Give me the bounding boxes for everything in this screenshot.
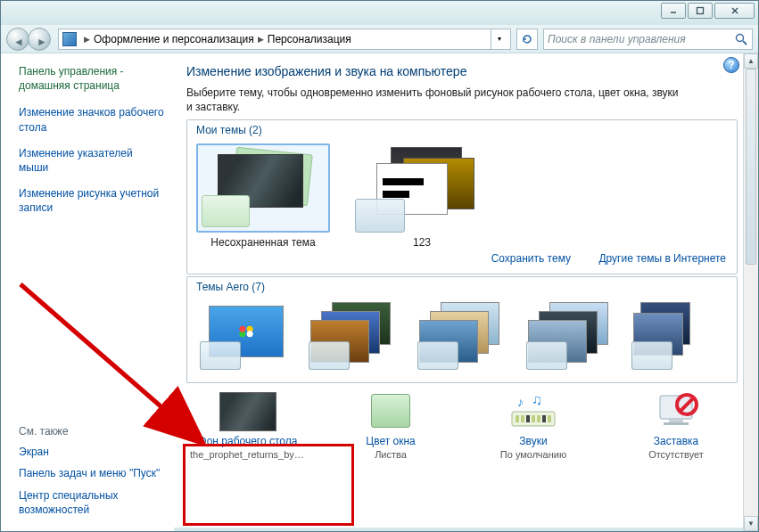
main-pane: ? Изменение изображения и звука на компь…	[174, 53, 743, 531]
breadcrumb[interactable]: ▶ Оформление и персонализация ▶ Персонал…	[58, 29, 511, 50]
link-save-theme[interactable]: Сохранить тему	[491, 252, 571, 265]
window: ◄ ► ▶ Оформление и персонализация ▶ Перс…	[0, 0, 759, 532]
svg-rect-9	[516, 415, 519, 422]
theme-tile-unsaved[interactable]: Несохраненная тема	[196, 143, 330, 249]
svg-text:♫: ♫	[532, 392, 542, 407]
group-my-themes-legend: Мои темы (2)	[194, 124, 264, 136]
close-button[interactable]	[714, 3, 755, 19]
svg-rect-17	[669, 419, 683, 422]
refresh-button[interactable]	[516, 29, 538, 50]
action-row: Фон рабочего стола the_prophet_returns_b…	[186, 385, 738, 460]
scroll-thumb[interactable]	[746, 69, 756, 265]
action-screensaver[interactable]: Заставка Отсутствует	[618, 392, 734, 460]
control-panel-icon	[62, 32, 77, 46]
maximize-button[interactable]	[688, 3, 713, 19]
nav-buttons: ◄ ►	[6, 27, 53, 52]
address-bar: ◄ ► ▶ Оформление и персонализация ▶ Перс…	[1, 25, 758, 53]
sidebar-link-mouse-pointers[interactable]: Изменение указателей мыши	[19, 146, 165, 175]
content-area: Панель управления - домашняя страница Из…	[1, 53, 758, 531]
minimize-button[interactable]	[661, 3, 686, 19]
theme-label-unsaved: Несохраненная тема	[196, 236, 330, 249]
breadcrumb-item-1[interactable]: Оформление и персонализация	[94, 33, 254, 45]
sidebar-see-also-head: См. также	[19, 425, 165, 438]
action-desktop-background-value: the_prophet_returns_by_m...	[190, 449, 306, 460]
action-desktop-background[interactable]: Фон рабочего стола the_prophet_returns_b…	[190, 392, 306, 460]
window-color-icon	[362, 392, 419, 431]
action-sounds-label: Звуки	[475, 435, 591, 447]
nav-back-button[interactable]: ◄	[6, 28, 29, 51]
sidebar-link-ease-of-access[interactable]: Центр специальных возможностей	[19, 488, 165, 517]
group-aero-themes: Темы Aero (7)	[186, 276, 738, 383]
title-bar	[1, 1, 758, 25]
link-more-themes[interactable]: Другие темы в Интернете	[598, 252, 726, 265]
vertical-scrollbar[interactable]: ▲ ▼	[743, 53, 758, 531]
scroll-down-button[interactable]: ▼	[744, 516, 758, 531]
svg-rect-1	[697, 8, 704, 14]
search-input[interactable]: Поиск в панели управления	[543, 29, 753, 50]
chevron-right-icon: ▶	[82, 35, 92, 44]
nav-forward-button[interactable]: ►	[28, 28, 51, 51]
page-title: Изменение изображения и звука на компьют…	[186, 64, 738, 78]
action-sounds-value: По умолчанию	[475, 449, 591, 460]
group-aero-themes-legend: Темы Aero (7)	[194, 281, 267, 293]
svg-rect-11	[526, 415, 530, 422]
help-icon[interactable]: ?	[723, 57, 739, 73]
sidebar-link-display[interactable]: Экран	[19, 445, 165, 459]
main-wrap: ? Изменение изображения и звука на компь…	[174, 53, 758, 531]
aero-theme-4[interactable]	[523, 300, 619, 372]
svg-rect-18	[664, 422, 689, 425]
sidebar-link-taskbar[interactable]: Панель задач и меню "Пуск"	[19, 466, 165, 480]
action-sounds[interactable]: ♪ ♫ Звуки По умолчанию	[475, 392, 591, 460]
breadcrumb-dropdown[interactable]: ▾	[491, 29, 507, 49]
screensaver-icon	[648, 392, 705, 431]
aero-theme-2[interactable]	[305, 300, 401, 372]
svg-rect-15	[548, 415, 551, 422]
aero-theme-5[interactable]	[631, 300, 694, 372]
aero-theme-1[interactable]	[196, 300, 293, 372]
svg-text:♪: ♪	[517, 395, 524, 409]
action-screensaver-value: Отсутствует	[618, 449, 734, 460]
action-window-color[interactable]: Цвет окна Листва	[333, 392, 449, 460]
sounds-icon: ♪ ♫	[505, 392, 562, 431]
action-screensaver-label: Заставка	[618, 435, 734, 447]
theme-tile-123[interactable]: 123	[355, 143, 489, 249]
sidebar-link-desktop-icons[interactable]: Изменение значков рабочего стола	[19, 105, 165, 134]
svg-point-4	[737, 34, 744, 41]
action-window-color-label: Цвет окна	[333, 435, 449, 447]
search-icon	[734, 32, 748, 49]
sidebar-link-account-picture[interactable]: Изменение рисунка учетной записи	[19, 186, 165, 215]
scroll-up-button[interactable]: ▲	[744, 53, 758, 69]
theme-label-123: 123	[355, 236, 489, 249]
aero-theme-3[interactable]	[414, 300, 510, 372]
page-intro: Выберите тему, чтобы одновременно измени…	[186, 86, 686, 114]
svg-rect-13	[537, 415, 540, 422]
breadcrumb-item-2[interactable]: Персонализация	[268, 33, 351, 45]
group-my-themes: Мои темы (2) Несохраненная тема	[186, 119, 738, 274]
svg-rect-12	[532, 415, 535, 422]
svg-line-5	[743, 41, 747, 45]
chevron-right-icon: ▶	[256, 35, 266, 44]
desktop-background-icon	[219, 392, 276, 431]
action-window-color-value: Листва	[333, 449, 449, 460]
action-desktop-background-label: Фон рабочего стола	[190, 435, 306, 447]
svg-rect-14	[542, 415, 546, 422]
svg-rect-10	[521, 415, 524, 422]
search-placeholder: Поиск в панели управления	[548, 33, 686, 45]
sidebar-home-link[interactable]: Панель управления - домашняя страница	[19, 64, 165, 93]
sidebar: Панель управления - домашняя страница Из…	[1, 53, 174, 531]
